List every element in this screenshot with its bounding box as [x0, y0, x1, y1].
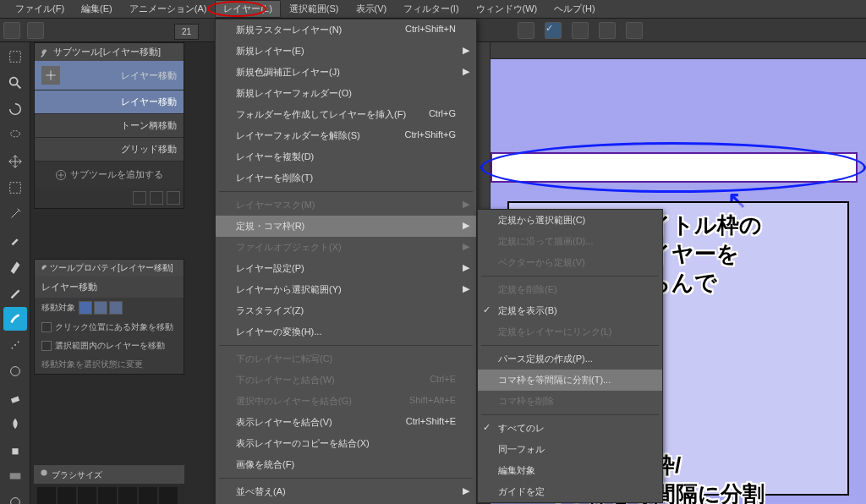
menu-help[interactable]: ヘルプ(H): [545, 0, 603, 18]
checkbox-label: クリック位置にある対象を移動: [55, 321, 173, 333]
menu-item[interactable]: レイヤーを複製(D): [216, 146, 476, 167]
menu-item[interactable]: すべてのレ✓: [478, 418, 662, 439]
menu-edit[interactable]: 編集(E): [73, 0, 121, 18]
icon-button[interactable]: [167, 191, 180, 205]
subtool-item[interactable]: レイヤー移動: [35, 90, 184, 114]
checkbox-row[interactable]: 選択範囲内のレイヤーを移動: [35, 337, 184, 355]
menu-item[interactable]: 新規レイヤー(E)▶: [216, 41, 476, 62]
toolbar-icon[interactable]: [572, 22, 589, 39]
subtool-item[interactable]: レイヤー移動: [35, 61, 184, 90]
tool-eyedropper[interactable]: [3, 228, 27, 252]
menu-item[interactable]: レイヤーから選択範囲(Y)▶: [216, 279, 476, 300]
option-swatch[interactable]: [79, 301, 92, 315]
layer-menu-dropdown: 新規ラスターレイヤー(N)Ctrl+Shift+N新規レイヤー(E)▶新規色調補…: [215, 19, 477, 504]
menu-item[interactable]: 新規色調補正レイヤー(J)▶: [216, 62, 476, 83]
tool-fill[interactable]: [3, 438, 27, 462]
svg-rect-10: [10, 473, 21, 479]
menu-selection[interactable]: 選択範囲(S): [281, 0, 348, 18]
menu-item[interactable]: 表示レイヤーのコピーを結合(X): [216, 433, 476, 454]
menu-item[interactable]: 定規から選択範囲(C): [478, 210, 662, 231]
menu-file[interactable]: ファイル(F): [7, 0, 73, 18]
menu-item[interactable]: 表示レイヤーを結合(V)Ctrl+Shift+E: [216, 412, 476, 433]
icon-button[interactable]: [133, 191, 146, 205]
menu-item[interactable]: コマ枠を等間隔に分割(T)...: [478, 370, 662, 391]
menu-item[interactable]: パース定規の作成(P)...: [478, 348, 662, 370]
menu-view[interactable]: 表示(V): [348, 0, 396, 18]
brush-preset[interactable]: [159, 487, 178, 504]
checkbox[interactable]: [41, 322, 52, 332]
menu-animation[interactable]: アニメーション(A): [121, 0, 216, 18]
panel-header[interactable]: ツールプロパティ[レイヤー移動]: [35, 260, 184, 277]
toolbar-icon[interactable]: [27, 22, 44, 39]
tool-shape[interactable]: [3, 490, 27, 504]
toolbar-icon[interactable]: [3, 22, 20, 39]
menu-item[interactable]: 編集対象: [478, 460, 662, 481]
submenu-arrow-icon: ▶: [463, 283, 469, 294]
icon-button[interactable]: [150, 191, 163, 205]
svg-rect-9: [11, 397, 19, 403]
menu-item[interactable]: 並べ替え(A)▶: [216, 481, 476, 502]
menu-item[interactable]: 新規ラスターレイヤー(N)Ctrl+Shift+N: [216, 19, 476, 41]
tool-rotate[interactable]: [3, 97, 27, 121]
tool-airbrush[interactable]: [3, 333, 27, 357]
menu-item[interactable]: 同一フォル: [478, 439, 662, 460]
svg-point-8: [11, 367, 20, 376]
menu-layer[interactable]: レイヤー(L): [215, 0, 280, 18]
subtool-item[interactable]: トーン柄移動: [35, 114, 184, 138]
svg-point-6: [14, 344, 16, 346]
menu-item[interactable]: レイヤーを削除(T): [216, 167, 476, 189]
checkbox[interactable]: [41, 341, 52, 351]
tool-blend[interactable]: [3, 412, 27, 436]
menu-window[interactable]: ウィンドウ(W): [468, 0, 546, 18]
brush-preset[interactable]: [118, 487, 137, 504]
option-label: 移動対象: [41, 302, 75, 314]
tool-marquee[interactable]: [3, 45, 27, 68]
svg-rect-4: [10, 183, 21, 194]
menu-item[interactable]: ラスタライズ(Z): [216, 300, 476, 321]
menu-item[interactable]: 定規・コマ枠(R)▶: [216, 216, 476, 237]
submenu-arrow-icon: ▶: [463, 241, 469, 252]
brush-preset[interactable]: [98, 487, 117, 504]
document-tab[interactable]: 21: [174, 24, 199, 40]
tool-pen[interactable]: [3, 255, 27, 278]
tool-wand[interactable]: [3, 202, 27, 226]
menu-item[interactable]: 定規を表示(B)✓: [478, 300, 662, 321]
menu-item: レイヤーマスク(M)▶: [216, 194, 476, 216]
menu-item[interactable]: レイヤー設定(P)▶: [216, 258, 476, 279]
menu-item[interactable]: レイヤーの変換(H)...: [216, 321, 476, 342]
check-icon: ✓: [483, 422, 491, 433]
tool-select-rect[interactable]: [3, 176, 27, 200]
tool-zoom[interactable]: [3, 71, 27, 95]
tool-eraser[interactable]: [3, 386, 27, 409]
option-swatch[interactable]: [94, 301, 107, 315]
tool-move[interactable]: [3, 150, 27, 173]
panel-header[interactable]: サブツール[レイヤー移動]: [35, 43, 184, 61]
menu-item[interactable]: 画像を統合(F): [216, 454, 476, 475]
checkbox-row[interactable]: クリック位置にある対象を移動: [35, 318, 184, 337]
tool-brush[interactable]: [3, 307, 27, 331]
tool-decorate[interactable]: [3, 359, 27, 383]
svg-line-2: [17, 85, 21, 89]
menu-item[interactable]: フォルダーを作成してレイヤーを挿入(F)Ctrl+G: [216, 104, 476, 125]
brush-preset[interactable]: [139, 487, 157, 504]
option-swatch[interactable]: [109, 301, 123, 315]
toolbar-icon[interactable]: [599, 22, 616, 39]
checkbox-row: 移動対象を選択状態に変更: [35, 355, 184, 374]
menu-item[interactable]: ガイドを定: [478, 481, 662, 502]
subtool-item[interactable]: グリッド移動: [35, 138, 184, 162]
toolbar-icon[interactable]: [626, 22, 643, 39]
brush-preset[interactable]: [37, 487, 56, 504]
checkbox-label: 選択範囲内のレイヤーを移動: [55, 340, 165, 352]
menu-item[interactable]: レイヤーフォルダーを解除(S)Ctrl+Shift+G: [216, 125, 476, 146]
add-subtool-button[interactable]: サブツールを追加する: [35, 162, 184, 188]
toolbar-icon[interactable]: ✓: [545, 22, 562, 39]
toolbar-icon[interactable]: [518, 22, 534, 39]
tool-gradient[interactable]: [3, 464, 27, 488]
tool-pencil[interactable]: [3, 281, 27, 304]
menu-filter[interactable]: フィルター(I): [395, 0, 467, 18]
menu-item[interactable]: 新規レイヤーフォルダー(O): [216, 83, 476, 104]
brush-preset[interactable]: [78, 487, 96, 504]
panel-header[interactable]: ブラシサイズ: [34, 465, 184, 484]
brush-preset[interactable]: [58, 487, 76, 504]
tool-lasso[interactable]: [3, 123, 27, 147]
